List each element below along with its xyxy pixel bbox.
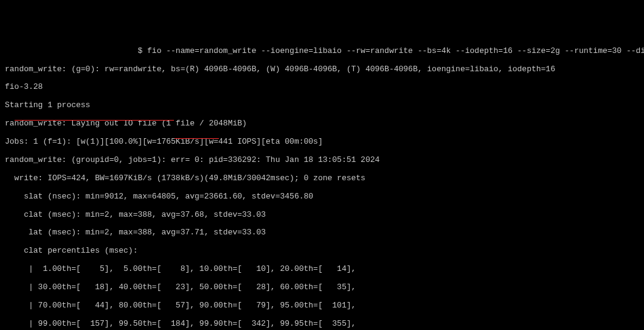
output-line-1: fio-3.28: [5, 83, 639, 92]
output-line-9: lat (msec): min=2, max=388, avg=37.71, s…: [5, 228, 639, 237]
output-line-3: random_write: Laying out IO file (1 file…: [5, 119, 639, 128]
output-line-13: | 70.00th=[ 44], 80.00th=[ 57], 90.00th=…: [5, 301, 639, 311]
output-line-6: write: IOPS=424, BW=1697KiB/s (1738kB/s)…: [5, 174, 639, 183]
output-line-14: | 99.00th=[ 157], 99.50th=[ 184], 99.90t…: [5, 320, 639, 329]
output-line-8: clat (msec): min=2, max=388, avg=37.68, …: [5, 211, 639, 220]
output-line-7: slat (nsec): min=9012, max=64805, avg=23…: [5, 192, 639, 202]
output-line-0: random_write: (g=0): rw=randwrite, bs=(R…: [5, 65, 639, 74]
highlight-underline-2: [175, 138, 219, 139]
output-line-11: | 1.00th=[ 5], 5.00th=[ 8], 10.00th=[ 10…: [5, 265, 639, 274]
terminal-output: $ fio --name=random_write --ioengine=lib…: [5, 38, 639, 330]
output-line-12: | 30.00th=[ 18], 40.00th=[ 23], 50.00th=…: [5, 283, 639, 292]
output-line-10: clat percentiles (msec):: [5, 247, 639, 256]
command-line: $ fio --name=random_write --ioengine=lib…: [5, 47, 639, 56]
highlight-underline-1: [15, 120, 174, 121]
output-line-4: Jobs: 1 (f=1): [w(1)][100.0%][w=1765KiB/…: [5, 138, 639, 147]
output-line-5: random_write: (groupid=0, jobs=1): err= …: [5, 156, 639, 165]
output-line-2: Starting 1 process: [5, 101, 639, 110]
